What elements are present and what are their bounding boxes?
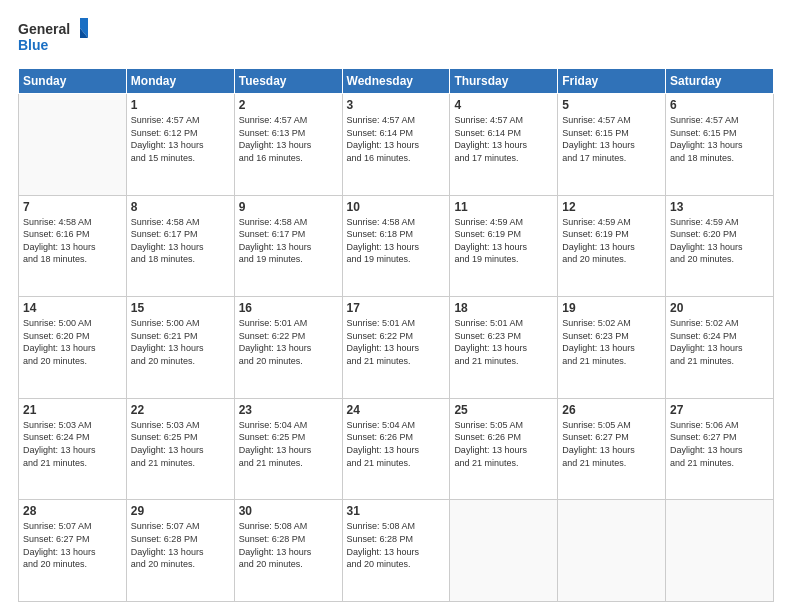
day-number: 24 <box>347 403 446 417</box>
day-info: Sunrise: 4:59 AM Sunset: 6:19 PM Dayligh… <box>562 216 661 266</box>
day-number: 30 <box>239 504 338 518</box>
day-info: Sunrise: 4:57 AM Sunset: 6:15 PM Dayligh… <box>670 114 769 164</box>
day-info: Sunrise: 4:58 AM Sunset: 6:18 PM Dayligh… <box>347 216 446 266</box>
day-info: Sunrise: 5:03 AM Sunset: 6:25 PM Dayligh… <box>131 419 230 469</box>
day-info: Sunrise: 4:58 AM Sunset: 6:17 PM Dayligh… <box>131 216 230 266</box>
calendar-cell: 18Sunrise: 5:01 AM Sunset: 6:23 PM Dayli… <box>450 297 558 399</box>
day-number: 17 <box>347 301 446 315</box>
calendar-cell: 10Sunrise: 4:58 AM Sunset: 6:18 PM Dayli… <box>342 195 450 297</box>
day-number: 23 <box>239 403 338 417</box>
calendar-cell <box>558 500 666 602</box>
calendar-cell: 11Sunrise: 4:59 AM Sunset: 6:19 PM Dayli… <box>450 195 558 297</box>
day-info: Sunrise: 5:01 AM Sunset: 6:23 PM Dayligh… <box>454 317 553 367</box>
calendar-cell <box>450 500 558 602</box>
calendar-cell: 29Sunrise: 5:07 AM Sunset: 6:28 PM Dayli… <box>126 500 234 602</box>
day-info: Sunrise: 5:04 AM Sunset: 6:25 PM Dayligh… <box>239 419 338 469</box>
day-number: 10 <box>347 200 446 214</box>
day-info: Sunrise: 4:57 AM Sunset: 6:15 PM Dayligh… <box>562 114 661 164</box>
day-info: Sunrise: 5:01 AM Sunset: 6:22 PM Dayligh… <box>239 317 338 367</box>
calendar-week-2: 14Sunrise: 5:00 AM Sunset: 6:20 PM Dayli… <box>19 297 774 399</box>
day-info: Sunrise: 5:01 AM Sunset: 6:22 PM Dayligh… <box>347 317 446 367</box>
day-info: Sunrise: 5:05 AM Sunset: 6:26 PM Dayligh… <box>454 419 553 469</box>
calendar-cell: 20Sunrise: 5:02 AM Sunset: 6:24 PM Dayli… <box>666 297 774 399</box>
day-number: 3 <box>347 98 446 112</box>
header: General Blue <box>18 18 774 58</box>
calendar-cell: 14Sunrise: 5:00 AM Sunset: 6:20 PM Dayli… <box>19 297 127 399</box>
day-info: Sunrise: 5:04 AM Sunset: 6:26 PM Dayligh… <box>347 419 446 469</box>
day-info: Sunrise: 4:58 AM Sunset: 6:16 PM Dayligh… <box>23 216 122 266</box>
calendar-cell: 7Sunrise: 4:58 AM Sunset: 6:16 PM Daylig… <box>19 195 127 297</box>
calendar-cell: 24Sunrise: 5:04 AM Sunset: 6:26 PM Dayli… <box>342 398 450 500</box>
day-number: 11 <box>454 200 553 214</box>
calendar-cell: 22Sunrise: 5:03 AM Sunset: 6:25 PM Dayli… <box>126 398 234 500</box>
weekday-header-tuesday: Tuesday <box>234 69 342 94</box>
day-info: Sunrise: 5:03 AM Sunset: 6:24 PM Dayligh… <box>23 419 122 469</box>
calendar-cell: 27Sunrise: 5:06 AM Sunset: 6:27 PM Dayli… <box>666 398 774 500</box>
day-info: Sunrise: 4:59 AM Sunset: 6:19 PM Dayligh… <box>454 216 553 266</box>
day-info: Sunrise: 4:59 AM Sunset: 6:20 PM Dayligh… <box>670 216 769 266</box>
calendar-cell: 31Sunrise: 5:08 AM Sunset: 6:28 PM Dayli… <box>342 500 450 602</box>
weekday-header-thursday: Thursday <box>450 69 558 94</box>
day-number: 15 <box>131 301 230 315</box>
calendar-cell: 9Sunrise: 4:58 AM Sunset: 6:17 PM Daylig… <box>234 195 342 297</box>
day-info: Sunrise: 5:05 AM Sunset: 6:27 PM Dayligh… <box>562 419 661 469</box>
calendar-cell: 17Sunrise: 5:01 AM Sunset: 6:22 PM Dayli… <box>342 297 450 399</box>
calendar-cell <box>666 500 774 602</box>
calendar-week-1: 7Sunrise: 4:58 AM Sunset: 6:16 PM Daylig… <box>19 195 774 297</box>
day-info: Sunrise: 5:08 AM Sunset: 6:28 PM Dayligh… <box>239 520 338 570</box>
day-info: Sunrise: 5:08 AM Sunset: 6:28 PM Dayligh… <box>347 520 446 570</box>
calendar-cell: 28Sunrise: 5:07 AM Sunset: 6:27 PM Dayli… <box>19 500 127 602</box>
day-number: 4 <box>454 98 553 112</box>
calendar-cell: 4Sunrise: 4:57 AM Sunset: 6:14 PM Daylig… <box>450 94 558 196</box>
day-info: Sunrise: 5:07 AM Sunset: 6:27 PM Dayligh… <box>23 520 122 570</box>
calendar-cell: 12Sunrise: 4:59 AM Sunset: 6:19 PM Dayli… <box>558 195 666 297</box>
day-number: 21 <box>23 403 122 417</box>
day-info: Sunrise: 5:06 AM Sunset: 6:27 PM Dayligh… <box>670 419 769 469</box>
day-info: Sunrise: 5:02 AM Sunset: 6:23 PM Dayligh… <box>562 317 661 367</box>
calendar-cell: 15Sunrise: 5:00 AM Sunset: 6:21 PM Dayli… <box>126 297 234 399</box>
calendar-table: SundayMondayTuesdayWednesdayThursdayFrid… <box>18 68 774 602</box>
weekday-header-friday: Friday <box>558 69 666 94</box>
calendar-cell: 13Sunrise: 4:59 AM Sunset: 6:20 PM Dayli… <box>666 195 774 297</box>
page: General Blue SundayMondayTuesdayWednesda… <box>0 0 792 612</box>
calendar-cell: 2Sunrise: 4:57 AM Sunset: 6:13 PM Daylig… <box>234 94 342 196</box>
calendar-cell: 16Sunrise: 5:01 AM Sunset: 6:22 PM Dayli… <box>234 297 342 399</box>
day-number: 5 <box>562 98 661 112</box>
day-info: Sunrise: 4:57 AM Sunset: 6:14 PM Dayligh… <box>454 114 553 164</box>
day-number: 12 <box>562 200 661 214</box>
calendar-cell: 23Sunrise: 5:04 AM Sunset: 6:25 PM Dayli… <box>234 398 342 500</box>
logo: General Blue <box>18 18 88 58</box>
day-number: 28 <box>23 504 122 518</box>
generalblue-logo: General Blue <box>18 18 88 58</box>
day-number: 8 <box>131 200 230 214</box>
calendar-cell <box>19 94 127 196</box>
day-info: Sunrise: 5:00 AM Sunset: 6:20 PM Dayligh… <box>23 317 122 367</box>
day-number: 29 <box>131 504 230 518</box>
svg-text:Blue: Blue <box>18 37 49 53</box>
calendar-week-3: 21Sunrise: 5:03 AM Sunset: 6:24 PM Dayli… <box>19 398 774 500</box>
weekday-header-sunday: Sunday <box>19 69 127 94</box>
day-info: Sunrise: 4:57 AM Sunset: 6:13 PM Dayligh… <box>239 114 338 164</box>
calendar-cell: 8Sunrise: 4:58 AM Sunset: 6:17 PM Daylig… <box>126 195 234 297</box>
weekday-header-monday: Monday <box>126 69 234 94</box>
calendar-cell: 21Sunrise: 5:03 AM Sunset: 6:24 PM Dayli… <box>19 398 127 500</box>
day-info: Sunrise: 5:02 AM Sunset: 6:24 PM Dayligh… <box>670 317 769 367</box>
calendar-week-4: 28Sunrise: 5:07 AM Sunset: 6:27 PM Dayli… <box>19 500 774 602</box>
day-info: Sunrise: 4:57 AM Sunset: 6:12 PM Dayligh… <box>131 114 230 164</box>
day-number: 7 <box>23 200 122 214</box>
svg-text:General: General <box>18 21 70 37</box>
calendar-cell: 25Sunrise: 5:05 AM Sunset: 6:26 PM Dayli… <box>450 398 558 500</box>
weekday-header-saturday: Saturday <box>666 69 774 94</box>
day-info: Sunrise: 5:07 AM Sunset: 6:28 PM Dayligh… <box>131 520 230 570</box>
day-number: 22 <box>131 403 230 417</box>
day-info: Sunrise: 4:58 AM Sunset: 6:17 PM Dayligh… <box>239 216 338 266</box>
day-number: 14 <box>23 301 122 315</box>
day-number: 26 <box>562 403 661 417</box>
calendar-cell: 6Sunrise: 4:57 AM Sunset: 6:15 PM Daylig… <box>666 94 774 196</box>
day-number: 18 <box>454 301 553 315</box>
day-number: 16 <box>239 301 338 315</box>
weekday-header-row: SundayMondayTuesdayWednesdayThursdayFrid… <box>19 69 774 94</box>
calendar-week-0: 1Sunrise: 4:57 AM Sunset: 6:12 PM Daylig… <box>19 94 774 196</box>
calendar-cell: 5Sunrise: 4:57 AM Sunset: 6:15 PM Daylig… <box>558 94 666 196</box>
day-info: Sunrise: 5:00 AM Sunset: 6:21 PM Dayligh… <box>131 317 230 367</box>
